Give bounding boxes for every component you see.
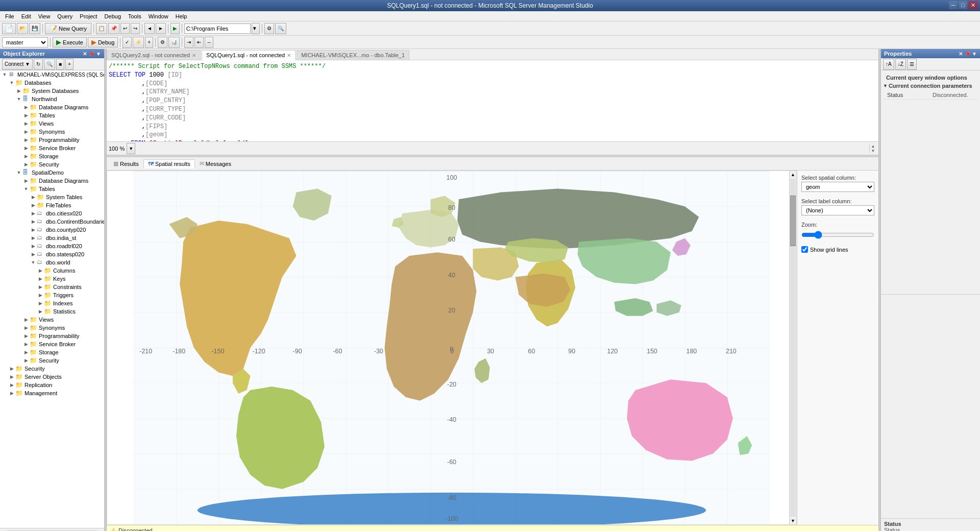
tree-sp-storage[interactable]: ▶ 📁 Storage [0, 348, 104, 356]
result-tab-spatial[interactable]: 🗺 Spatial results [143, 159, 195, 168]
expand-sp-security[interactable]: ▶ [22, 358, 30, 363]
expand-dbo-states[interactable]: ▶ [30, 252, 37, 257]
tree-nw-diagrams[interactable]: ▶ 📁 Database Diagrams [0, 103, 104, 111]
oe-tree[interactable]: ▼ 🖥 MICHAEL-VM\SQLEXPRESS (SQL Server 1 … [0, 70, 104, 528]
oe-pin-icon[interactable]: 📌 [88, 51, 94, 57]
expand-nw-prog[interactable]: ▶ [22, 137, 30, 142]
expand-replication[interactable]: ▶ [8, 382, 15, 388]
expand-nw-tables[interactable]: ▶ [22, 113, 30, 118]
expand-dbo-world[interactable]: ▼ [30, 260, 37, 265]
minimize-button[interactable]: ─ [949, 1, 958, 9]
toolbar-forward-btn[interactable]: ► [156, 23, 166, 34]
expand-sp-broker[interactable]: ▶ [22, 342, 30, 347]
menu-help[interactable]: Help [173, 12, 190, 20]
expand-spatialdemo[interactable]: ▼ [15, 170, 22, 175]
expand-nw-security[interactable]: ▶ [22, 162, 30, 167]
menu-window[interactable]: Window [145, 12, 172, 20]
expand-northwind[interactable]: ▼ [15, 96, 22, 102]
tree-world-columns[interactable]: ▶ 📁 Columns [0, 267, 104, 275]
tree-northwind[interactable]: ▼ 🗄 Northwind [0, 95, 104, 103]
oe-refresh-btn[interactable]: ↻ [34, 59, 43, 70]
menu-query[interactable]: Query [54, 12, 76, 20]
props-sort-desc-btn[interactable]: ↓Z [895, 59, 906, 70]
query-indent-btn[interactable]: ⇥ [184, 37, 193, 48]
expand-nw-synonyms[interactable]: ▶ [22, 129, 30, 134]
toolbar-back-btn[interactable]: ◄ [144, 23, 155, 34]
map-vscrollbar[interactable]: ▲ ▼ [789, 171, 796, 524]
tree-world-triggers[interactable]: ▶ 📁 Triggers [0, 291, 104, 299]
zoom-dropdown-btn[interactable]: ▼ [127, 143, 135, 154]
tree-dbo-india[interactable]: ▶ 🗂 dbo.india_st [0, 234, 104, 242]
props-sort-asc-btn[interactable]: ↑A [883, 59, 894, 70]
tree-sp-sys-tables[interactable]: ▶ 📁 System Tables [0, 193, 104, 201]
map-container[interactable]: 100 80 60 40 20 0 -20 -40 -60 -80 -100 -… [107, 171, 797, 525]
expand-dbo-county[interactable]: ▶ [30, 227, 37, 232]
oe-scroll-left[interactable]: ◄ [1, 529, 6, 532]
database-dropdown[interactable]: master [2, 37, 48, 47]
toolbar-save-btn[interactable]: 💾 [29, 23, 40, 34]
expand-dbo-continent[interactable]: ▶ [30, 219, 37, 224]
tree-world-constraints[interactable]: ▶ 📁 Constraints [0, 283, 104, 291]
menu-file[interactable]: File [2, 12, 17, 20]
window-controls[interactable]: ─ □ ✕ [949, 1, 978, 9]
menu-edit[interactable]: Edit [18, 12, 34, 20]
menu-view[interactable]: View [35, 12, 54, 20]
map-scroll-track[interactable] [790, 179, 796, 517]
tree-sp-security[interactable]: ▶ 📁 Security [0, 356, 104, 365]
tree-spatialdemo[interactable]: ▼ 🗄 SpatialDemo [0, 168, 104, 177]
tree-sp-file-tables[interactable]: ▶ 📁 FileTables [0, 201, 104, 209]
tree-world-keys[interactable]: ▶ 📁 Keys [0, 275, 104, 283]
toolbar-run-btn[interactable]: ▶ [170, 23, 180, 34]
props-close-icon[interactable]: ✕ [959, 51, 963, 57]
toolbar-redo-btn[interactable]: ↪ [131, 23, 140, 34]
tree-sp-broker[interactable]: ▶ 📁 Service Broker [0, 340, 104, 348]
menu-debug[interactable]: Debug [102, 12, 124, 20]
editor-scrollbar[interactable]: ▲ ▼ [869, 144, 876, 153]
section-collapse-icon[interactable]: ▼ [883, 83, 888, 88]
oe-filter-btn[interactable]: 🔍 [44, 59, 55, 70]
expand-sp-prog[interactable]: ▶ [22, 333, 30, 339]
expand-sp-tables[interactable]: ▼ [22, 186, 30, 191]
result-tab-messages[interactable]: ✉ Messages [195, 159, 236, 168]
tree-server-objects[interactable]: ▶ 📁 Server Objects [0, 373, 104, 381]
tree-dbo-roadtrl[interactable]: ▶ 🗂 dbo.roadtrl020 [0, 242, 104, 250]
expand-system-dbs[interactable]: ▶ [15, 88, 22, 93]
tree-dbo-states[interactable]: ▶ 🗂 dbo.statesp020 [0, 250, 104, 258]
toolbar-extra-1[interactable]: ⚙ [264, 23, 274, 34]
query-unindent-btn[interactable]: ⇤ [194, 37, 204, 48]
tree-world-statistics[interactable]: ▶ 📁 Statistics [0, 307, 104, 316]
tree-sp-diagrams[interactable]: ▶ 📁 Database Diagrams [0, 177, 104, 185]
tree-system-dbs[interactable]: ▶ 📁 System Databases [0, 87, 104, 95]
expand-sp-sys-tables[interactable]: ▶ [30, 195, 37, 200]
label-column-dropdown[interactable]: (None) [801, 205, 874, 215]
oe-arrow-icon[interactable]: ▼ [96, 51, 101, 57]
query-include-btn[interactable]: + [145, 37, 153, 48]
maximize-button[interactable]: □ [959, 1, 967, 9]
props-arrow-icon[interactable]: ▼ [972, 51, 977, 57]
tab-sqlquery2[interactable]: SQLQuery2.sql - not connected ✕ [107, 50, 201, 60]
zoom-slider[interactable] [801, 231, 874, 239]
expand-nw-views[interactable]: ▶ [22, 121, 30, 126]
tab-sqlquery1[interactable]: SQLQuery1.sql - not connected ✕ [202, 50, 296, 60]
result-tab-results[interactable]: ▦ Results [109, 159, 143, 168]
expand-server-objects[interactable]: ▶ [8, 374, 15, 379]
expand-databases[interactable]: ▼ [8, 80, 15, 85]
toolbar-paste-btn[interactable]: 📌 [108, 23, 119, 34]
map-scroll-up[interactable]: ▲ [790, 171, 796, 178]
tree-sp-prog[interactable]: ▶ 📁 Programmability [0, 332, 104, 340]
toolbar-undo-btn[interactable]: ↩ [120, 23, 130, 34]
tree-databases[interactable]: ▼ 📁 Databases [0, 79, 104, 87]
tree-nw-security[interactable]: ▶ 📁 Security [0, 160, 104, 168]
tree-nw-broker[interactable]: ▶ 📁 Service Broker [0, 144, 104, 152]
show-grid-checkbox[interactable] [801, 246, 808, 253]
tree-dbo-county[interactable]: ▶ 🗂 dbo.countyp020 [0, 226, 104, 234]
map-scroll-down[interactable]: ▼ [790, 517, 796, 524]
tree-replication[interactable]: ▶ 📁 Replication [0, 381, 104, 389]
query-options-btn[interactable]: ⚙ [158, 37, 167, 48]
expand-nw-diagrams[interactable]: ▶ [22, 105, 30, 110]
expand-world-statistics[interactable]: ▶ [37, 309, 44, 314]
tree-nw-views[interactable]: ▶ 📁 Views [0, 119, 104, 128]
expand-world-indexes[interactable]: ▶ [37, 301, 44, 306]
query-editor[interactable]: /****** Script for SelectTopNRows comman… [107, 60, 878, 142]
expand-sp-views[interactable]: ▶ [22, 317, 30, 322]
